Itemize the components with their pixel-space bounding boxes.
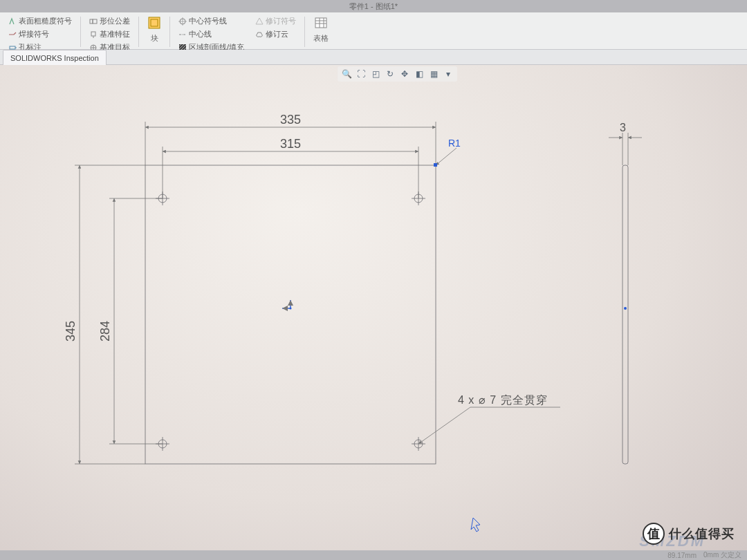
surface-finish-button[interactable]: 表面粗糙度符号 — [7, 15, 73, 27]
svg-text:315: 315 — [280, 137, 301, 151]
dimension-height-284[interactable]: 284 — [98, 198, 163, 444]
svg-point-14 — [290, 308, 292, 310]
block-icon — [147, 16, 161, 30]
ribbon-group-blocks: 块 — [143, 15, 165, 44]
svg-rect-2 — [93, 19, 97, 24]
dimension-height-345[interactable]: 345 — [64, 165, 145, 464]
surface-finish-icon — [8, 17, 17, 26]
svg-rect-1 — [90, 19, 93, 24]
ribbon-group-centerlines: 中心符号线 中心线 区域剖面线/填充 — [174, 15, 248, 53]
view-origin-marker — [282, 300, 292, 310]
side-view — [622, 165, 628, 464]
svg-rect-0 — [10, 46, 15, 49]
status-defined: 0mm 欠定义 — [703, 550, 741, 560]
blocks-button[interactable]: 块 — [146, 15, 163, 44]
ribbon-group-tables: 表格 — [309, 15, 333, 44]
command-tab-row: SOLIDWORKS Inspection — [0, 50, 747, 65]
svg-text:284: 284 — [98, 321, 112, 342]
tab-inspection[interactable]: SOLIDWORKS Inspection — [3, 50, 107, 65]
weld-symbol-button[interactable]: 焊接符号 — [7, 28, 73, 40]
drawing-svg: 335 315 345 284 R1 4 x ⌀ 7 完全贯 — [0, 65, 747, 550]
watermark-logo: 值 什么值得买 — [643, 523, 735, 545]
geom-tol-icon — [89, 17, 98, 26]
drawing-canvas[interactable]: 🔍 ⛶ ◰ ↻ ✥ ◧ ▦ ▾ — [0, 65, 747, 550]
centerline-button[interactable]: 中心线 — [177, 28, 246, 40]
cursor-icon — [471, 518, 480, 532]
svg-rect-9 — [315, 18, 326, 28]
svg-rect-20 — [434, 163, 437, 167]
dimension-thickness-3[interactable]: 3 — [609, 122, 642, 165]
dimension-radius-r1[interactable]: R1 — [434, 138, 461, 167]
watermark-circle-icon: 值 — [643, 523, 665, 545]
status-bar: 89.17mm 0mm 欠定义 — [0, 550, 747, 560]
revision-cloud-icon — [255, 30, 264, 39]
weld-icon — [8, 30, 17, 39]
hole-callout-note[interactable]: 4 x ⌀ 7 完全贯穿 — [418, 394, 560, 444]
revision-symbol-icon — [255, 17, 264, 26]
revision-cloud-button[interactable]: 修订云 — [254, 28, 297, 40]
ribbon-group-annotation1: 表面粗糙度符号 焊接符号 孔标注 — [4, 15, 76, 53]
table-icon — [314, 16, 328, 30]
datum-feature-icon — [89, 30, 98, 39]
status-mm: 89.17mm — [667, 552, 697, 559]
watermark-text: 什么值得买 — [669, 525, 735, 542]
center-mark-button[interactable]: 中心符号线 — [177, 15, 246, 27]
svg-text:345: 345 — [64, 321, 77, 342]
svg-rect-3 — [91, 32, 95, 36]
ribbon-toolbar: 表面粗糙度符号 焊接符号 孔标注 形位公差 基准特征 — [0, 12, 747, 50]
geom-tolerance-button[interactable]: 形位公差 — [88, 15, 131, 27]
datum-feature-button[interactable]: 基准特征 — [88, 28, 131, 40]
dimension-width-315[interactable]: 315 — [163, 137, 418, 198]
plate-outline — [145, 165, 436, 464]
window-titlebar: 零件1 - 图纸1* — [0, 0, 747, 12]
centerline-icon — [178, 30, 187, 39]
tables-button[interactable]: 表格 — [312, 15, 330, 44]
svg-rect-22 — [622, 165, 628, 464]
side-view-origin — [624, 307, 627, 310]
ribbon-group-revision: 修订符号 修订云 — [251, 15, 300, 40]
svg-text:R1: R1 — [448, 138, 461, 149]
window-title: 零件1 - 图纸1* — [349, 2, 398, 10]
ribbon-group-annotation2: 形位公差 基准特征 基准目标 — [85, 15, 134, 53]
svg-text:4 x ⌀ 7 完全贯穿: 4 x ⌀ 7 完全贯穿 — [458, 394, 548, 406]
svg-text:335: 335 — [280, 113, 301, 127]
svg-rect-5 — [149, 17, 160, 28]
svg-text:3: 3 — [620, 122, 626, 133]
revision-symbol-button[interactable]: 修订符号 — [254, 15, 297, 27]
center-mark-icon — [178, 17, 187, 26]
